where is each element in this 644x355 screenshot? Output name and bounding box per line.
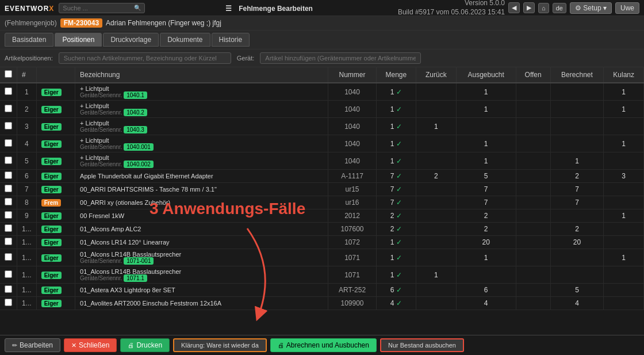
- row-tag-cell: Eiger: [36, 249, 75, 266]
- row-offen: [516, 118, 550, 135]
- row-nummer: 1071: [328, 249, 376, 266]
- row-checkbox-cell[interactable]: [0, 101, 17, 118]
- row-offen: [516, 101, 550, 118]
- row-tag-cell: Eiger: [36, 223, 75, 236]
- row-zurueck: [416, 83, 457, 101]
- row-tag: Eiger: [41, 300, 62, 307]
- row-tag-cell: Eiger: [36, 152, 75, 170]
- nav-back-button[interactable]: ◀: [508, 2, 520, 13]
- book-button[interactable]: 🖨 Abrechnen und Ausbuchen: [270, 338, 377, 352]
- article-search-input[interactable]: [59, 52, 231, 64]
- row-tag: Eiger: [41, 140, 62, 148]
- row-checkbox-cell[interactable]: [0, 236, 17, 249]
- row-checkbox[interactable]: [5, 139, 12, 147]
- tab-positionen[interactable]: Positionen: [55, 33, 102, 47]
- tab-dokumente[interactable]: Dokumente: [160, 33, 210, 47]
- row-zurueck: [416, 101, 457, 118]
- row-kulanz: [604, 196, 644, 209]
- row-checkbox[interactable]: [5, 87, 12, 95]
- row-nummer: 1072: [328, 236, 376, 249]
- select-all-checkbox[interactable]: [5, 70, 12, 78]
- edit-button[interactable]: ✏ Bearbeiten: [5, 338, 60, 352]
- row-tag-cell: Eiger: [36, 183, 75, 196]
- row-offen: [516, 249, 550, 266]
- row-checkbox-cell[interactable]: [0, 135, 17, 152]
- row-tag: Eiger: [41, 158, 62, 165]
- table-container[interactable]: # Bezeichnung Nummer Menge Zurück Ausgeb…: [0, 67, 644, 332]
- user-button[interactable]: Uwe: [615, 2, 639, 14]
- row-checkbox[interactable]: [5, 171, 12, 179]
- row-menge: 1 ✓: [376, 152, 416, 170]
- row-checkbox-cell[interactable]: [0, 223, 17, 236]
- row-checkbox-cell[interactable]: [0, 170, 17, 183]
- clarify-button[interactable]: Klärung: Ware ist wieder da: [173, 338, 267, 352]
- row-berechnet: [550, 249, 604, 266]
- nav-forward-button[interactable]: ▶: [523, 2, 535, 13]
- device-search-input[interactable]: [260, 52, 421, 64]
- search-input[interactable]: [63, 5, 132, 12]
- row-ausgebucht: 1: [456, 135, 516, 152]
- row-bezeichnung: 01_Alcons LR14B Basslautsprecher Geräte/…: [75, 266, 328, 284]
- tab-basisdaten[interactable]: Basisdaten: [5, 33, 53, 47]
- row-berechnet: 1: [550, 152, 604, 170]
- row-checkbox[interactable]: [5, 253, 12, 261]
- row-kulanz: [604, 152, 644, 170]
- row-checkbox[interactable]: [5, 185, 12, 192]
- row-bezeichnung: 01_Alcons Amp ALC2: [75, 223, 328, 236]
- row-berechnet: 2: [550, 223, 604, 236]
- row-ausgebucht: 7: [456, 183, 516, 196]
- row-checkbox[interactable]: [5, 198, 12, 205]
- lang-button[interactable]: de: [553, 3, 566, 13]
- row-checkbox-cell[interactable]: [0, 118, 17, 135]
- row-tag-cell: Eiger: [36, 101, 75, 118]
- search-icon: 🔍: [134, 5, 141, 11]
- row-kulanz: [604, 118, 644, 135]
- row-menge: 2 ✓: [376, 209, 416, 223]
- row-checkbox[interactable]: [5, 238, 12, 245]
- row-nummer: 1040: [328, 118, 376, 135]
- row-tag-cell: Eiger: [36, 236, 75, 249]
- row-checkbox[interactable]: [5, 285, 12, 293]
- row-menge: 1 ✓: [376, 266, 416, 284]
- row-offen: [516, 183, 550, 196]
- row-number: 4: [17, 135, 37, 152]
- tab-historie[interactable]: Historie: [212, 33, 250, 47]
- row-tag: Eiger: [41, 186, 62, 193]
- row-nummer: 1040: [328, 135, 376, 152]
- close-button[interactable]: ✕ Schließen: [64, 338, 117, 352]
- stock-button[interactable]: Nur Bestand ausbuchen: [380, 338, 464, 352]
- row-checkbox-cell[interactable]: [0, 284, 17, 297]
- row-checkbox[interactable]: [5, 156, 12, 164]
- row-number: 1...: [17, 297, 37, 310]
- home-button[interactable]: ⌂: [538, 3, 549, 13]
- col-offen: Offen: [516, 67, 550, 83]
- row-checkbox-cell[interactable]: [0, 152, 17, 170]
- table-row: 1... Eiger 01_Alcons LR14B Basslautsprec…: [0, 249, 644, 266]
- row-checkbox-cell[interactable]: [0, 249, 17, 266]
- row-checkbox[interactable]: [5, 105, 12, 112]
- row-checkbox[interactable]: [5, 122, 12, 129]
- row-checkbox[interactable]: [5, 211, 12, 219]
- row-nummer: 107600: [328, 223, 376, 236]
- app-logo: EVENTWORX: [5, 3, 54, 13]
- row-checkbox-cell[interactable]: [0, 266, 17, 284]
- row-checkbox-cell[interactable]: [0, 183, 17, 196]
- row-berechnet: [550, 83, 604, 101]
- row-tag: Eiger: [41, 173, 62, 180]
- row-checkbox-cell[interactable]: [0, 196, 17, 209]
- row-checkbox-cell[interactable]: [0, 209, 17, 223]
- row-nummer: 1040: [328, 152, 376, 170]
- row-checkbox[interactable]: [5, 299, 12, 306]
- setup-button[interactable]: ⚙ Setup ▾: [570, 2, 612, 14]
- search-box[interactable]: 🔍: [59, 3, 145, 13]
- tab-druckvorlage[interactable]: Druckvorlage: [103, 33, 159, 47]
- table-row: 1... Eiger 01_Astera AX3 Lightdrop 8er S…: [0, 284, 644, 297]
- row-nummer: 109900: [328, 297, 376, 310]
- row-checkbox-cell[interactable]: [0, 83, 17, 101]
- row-number: 5: [17, 152, 37, 170]
- row-checkbox-cell[interactable]: [0, 297, 17, 310]
- row-bezeichnung: 01_Alcons LR14B Basslautsprecher Geräte/…: [75, 249, 328, 266]
- row-checkbox[interactable]: [5, 270, 12, 278]
- print-button[interactable]: 🖨 Drucken: [120, 338, 170, 352]
- row-checkbox[interactable]: [5, 224, 12, 232]
